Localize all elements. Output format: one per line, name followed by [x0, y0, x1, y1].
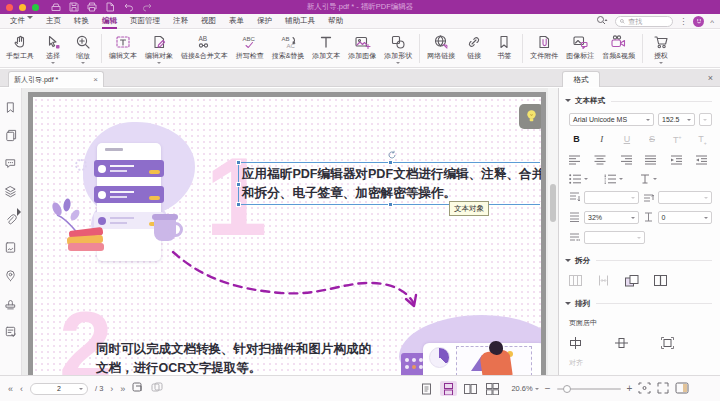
menu-file[interactable]: 文件 [10, 14, 33, 29]
menu-page-organize[interactable]: 页面管理 [130, 14, 160, 29]
strikethrough-button[interactable]: S [645, 134, 660, 146]
menu-help[interactable]: 帮助 [328, 14, 343, 29]
menu-view[interactable]: 视图 [201, 14, 216, 29]
continuous-facing-view-icon[interactable] [484, 381, 501, 396]
justify-button[interactable] [645, 155, 657, 165]
superscript-button[interactable]: T+ [670, 134, 685, 146]
account-avatar[interactable] [693, 16, 704, 27]
space-after-select[interactable] [658, 191, 713, 204]
facing-view-icon[interactable] [462, 381, 479, 396]
zoom-in-button[interactable]: + [627, 383, 633, 394]
last-page-button[interactable]: » [120, 384, 125, 394]
resize-handle-e[interactable] [540, 182, 545, 187]
numbered-list-button[interactable] [604, 174, 623, 184]
subscript-button[interactable]: T+ [695, 134, 710, 146]
license-button[interactable]: 授权 [646, 30, 676, 67]
spell-check-button[interactable]: ABC 拼写检查 [232, 30, 268, 67]
zoom-slider-knob[interactable] [563, 385, 571, 393]
previous-view-icon[interactable] [132, 382, 144, 395]
collapse-toolbar-icon[interactable]: ^ [710, 18, 714, 27]
close-panel-icon[interactable]: × [708, 73, 713, 83]
pdf-page[interactable]: 1 应用福昕PDF编辑器 [28, 92, 546, 375]
decrease-indent-button[interactable] [671, 155, 683, 165]
text-style-section-header[interactable]: 文本样式 [565, 96, 712, 106]
audio-video-button[interactable]: 音频&视频 [598, 30, 639, 67]
vertical-scrollbar[interactable] [548, 88, 558, 375]
search-options-icon[interactable] [596, 15, 609, 27]
split-cells-button[interactable] [654, 275, 667, 286]
file-attachment-button[interactable]: 文件附件 [526, 30, 562, 67]
menu-convert[interactable]: 转换 [74, 14, 89, 29]
menu-home[interactable]: 主页 [46, 14, 61, 29]
rotate-handle[interactable] [387, 150, 397, 161]
font-style-select[interactable] [699, 113, 712, 126]
bookmarks-panel-icon[interactable] [4, 101, 17, 114]
zoom-slider[interactable] [557, 388, 621, 390]
open-file-icon[interactable] [51, 2, 61, 12]
add-image-button[interactable]: 添加图像 [344, 30, 380, 67]
next-page-button[interactable]: › [110, 384, 113, 394]
pages-panel-icon[interactable] [4, 129, 17, 142]
split-section-header[interactable]: 拆分 [565, 256, 712, 266]
font-size-select[interactable]: 152.5 [658, 113, 695, 126]
scrollbar-thumb[interactable] [550, 184, 556, 222]
resize-handle-se[interactable] [540, 202, 545, 207]
resize-handle-sw[interactable] [236, 202, 241, 207]
add-text-button[interactable]: 添加文本 [308, 30, 344, 67]
find-input[interactable] [628, 18, 668, 25]
font-family-select[interactable]: Arial Unicode MS [569, 113, 654, 126]
menu-accessibility[interactable]: 辅助工具 [285, 14, 315, 29]
more-options-icon[interactable]: ⋮ [679, 17, 687, 26]
italic-button[interactable]: I [594, 134, 609, 146]
image-annotation-button[interactable]: 图像标注 [562, 30, 598, 67]
line-spacing-select[interactable]: 32% [584, 211, 639, 224]
h-scale-select[interactable] [584, 231, 645, 244]
signatures-panel-icon[interactable] [4, 241, 17, 254]
center-vertically-button[interactable] [615, 337, 628, 349]
merge-objects-button[interactable] [625, 275, 639, 287]
zoom-tool-button[interactable]: 缩放 [68, 30, 98, 67]
zoom-out-button[interactable]: − [545, 383, 551, 394]
bold-button[interactable]: B [569, 134, 584, 146]
reading-mode-icon[interactable] [675, 382, 689, 396]
menu-edit[interactable]: 编辑 [102, 14, 117, 29]
link-join-text-button[interactable]: AB 链接&合并文本 [177, 30, 232, 67]
first-page-button[interactable]: « [8, 384, 13, 394]
resize-handle-ne[interactable] [540, 160, 545, 165]
center-horizontally-button[interactable] [569, 337, 582, 349]
search-replace-button[interactable]: ABAC 搜索&替换 [268, 30, 309, 67]
destinations-panel-icon[interactable] [4, 269, 17, 282]
text-mark-button[interactable] [639, 174, 657, 184]
increase-indent-button[interactable] [696, 155, 708, 165]
document-tab[interactable]: 新人引导.pdf * × [8, 71, 104, 87]
previous-page-button[interactable]: ‹ [20, 384, 23, 394]
continuous-view-icon[interactable] [440, 381, 457, 396]
format-panel-tab[interactable]: 格式 [562, 71, 600, 87]
edit-text-button[interactable]: 编辑文本 [105, 30, 141, 67]
tip-lightbulb-button[interactable] [519, 104, 544, 129]
arrange-section-header[interactable]: 排列 [565, 299, 712, 309]
menu-protect[interactable]: 保护 [257, 14, 272, 29]
close-tab-icon[interactable]: × [93, 75, 98, 84]
maximize-window-button[interactable] [32, 4, 39, 11]
minimize-window-button[interactable] [19, 4, 26, 11]
layers-panel-icon[interactable] [4, 185, 17, 198]
comments-panel-icon[interactable] [4, 157, 17, 170]
char-spacing-select[interactable]: 0 [658, 211, 713, 224]
fit-visible-icon[interactable] [638, 382, 651, 396]
save-icon[interactable] [69, 2, 79, 12]
underline-button[interactable]: U [619, 134, 634, 146]
close-window-button[interactable] [6, 4, 13, 11]
add-shape-button[interactable]: 添加形状 [380, 30, 416, 67]
find-searchbox[interactable] [615, 16, 673, 27]
split-columns-button[interactable] [569, 275, 582, 286]
stamps-panel-icon[interactable] [4, 297, 17, 310]
undo-icon[interactable] [123, 2, 134, 12]
align-right-button[interactable] [620, 155, 632, 165]
web-link-button[interactable]: 网络链接 [423, 30, 459, 67]
print-icon[interactable] [87, 2, 97, 12]
resize-handle-s[interactable] [388, 202, 393, 207]
edit-object-button[interactable]: 编辑对象 [141, 30, 177, 67]
align-center-button[interactable] [594, 155, 606, 165]
selected-text-object[interactable]: 应用福昕PDF编辑器对PDF文档进行编辑、注释、合并 和拆分、电子签章、加密解密… [238, 162, 543, 205]
